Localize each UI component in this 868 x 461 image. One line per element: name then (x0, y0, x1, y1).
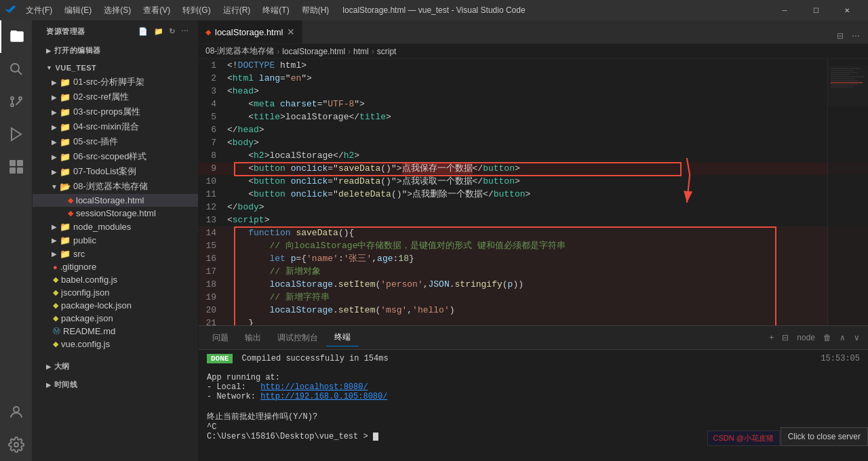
folder-node-modules-icon: 📁 (60, 222, 71, 232)
breadcrumb-sep2: › (348, 47, 351, 56)
folder-src-icon: 📁 (60, 249, 71, 259)
outline-arrow: ▶ (46, 363, 52, 370)
folder-03[interactable]: ▶ 📁 03-src-props属性 (33, 104, 198, 119)
file-vueconfig[interactable]: ◆ vue.config.js (33, 338, 198, 350)
folder-04-arrow: ▶ (49, 121, 60, 132)
menu-goto[interactable]: 转到(G) (177, 3, 216, 18)
code-line-4: 4 <meta charset="UTF-8"> (199, 98, 868, 111)
menu-file[interactable]: 文件(F) (20, 3, 58, 18)
folder-02[interactable]: ▶ 📁 02-src-ref属性 (33, 89, 198, 104)
file-jsconfig-label: jsconfig.json (61, 287, 110, 298)
maximize-button[interactable]: ☐ (800, 0, 831, 20)
timeline-label: 时间线 (54, 380, 78, 390)
line-num-7: 7 (199, 136, 227, 149)
menu-terminal[interactable]: 终端(T) (257, 3, 294, 18)
menu-bar[interactable]: 文件(F) 编辑(E) 选择(S) 查看(V) 转到(G) 运行(R) 终端(T… (20, 3, 334, 18)
terminal-tab-debug[interactable]: 调试控制台 (269, 329, 326, 346)
code-line-9: 9 <button onclick="saveData()">点我保存一个数据<… (199, 162, 868, 175)
explorer-activity-icon[interactable] (0, 20, 33, 53)
file-jsconfig-icon: ◆ (53, 288, 58, 297)
folder-06[interactable]: ▶ 📁 06-src-scoped样式 (33, 149, 198, 164)
folder-05[interactable]: ▶ 📁 05-src-插件 (33, 134, 198, 149)
refresh-icon[interactable]: ↻ (167, 26, 177, 37)
close-button[interactable]: ✕ (831, 0, 863, 20)
file-jsconfig[interactable]: ◆ jsconfig.json (33, 286, 198, 299)
accounts-activity-icon[interactable] (0, 396, 33, 428)
folder-src-arrow: ▶ (49, 248, 60, 259)
new-file-icon[interactable]: 📄 (137, 26, 150, 37)
folder-08-arrow: ▼ (49, 181, 60, 192)
folder-04[interactable]: ▶ 📁 04-src-mixin混合 (33, 119, 198, 134)
git-activity-icon[interactable] (0, 85, 33, 118)
open-editors-label: 打开的编辑器 (54, 45, 101, 56)
minimize-button[interactable]: ─ (769, 0, 800, 20)
breadcrumb-folder[interactable]: 08-浏览器本地存储 (205, 45, 274, 57)
code-line-6: 6 </head> (199, 123, 868, 136)
file-localstorage-html[interactable]: ◆ localStorage.html (33, 194, 198, 207)
local-url-link[interactable]: http://localhost:8080/ (260, 382, 368, 392)
folder-public[interactable]: ▶ 📁 public (33, 233, 198, 247)
outline-section[interactable]: ▶ 大纲 (33, 356, 198, 374)
open-editors-section[interactable]: ▶ 打开的编辑器 (33, 40, 198, 58)
app-icon (5, 5, 16, 16)
folder-03-icon: 📁 (60, 107, 71, 117)
vue-test-section[interactable]: ▼ VUE_TEST (33, 58, 198, 75)
tab-close-button[interactable]: ✕ (287, 26, 295, 37)
file-package[interactable]: ◆ package.json (33, 312, 198, 325)
settings-activity-icon[interactable] (0, 428, 33, 461)
menu-select[interactable]: 选择(S) (98, 3, 136, 18)
timeline-section[interactable]: ▶ 时间线 (33, 374, 198, 393)
file-babel[interactable]: ◆ babel.config.js (33, 273, 198, 286)
more-actions-icon[interactable]: ⋯ (849, 28, 863, 43)
menu-view[interactable]: 查看(V) (138, 3, 176, 18)
menu-run[interactable]: 运行(R) (218, 3, 256, 18)
folder-08[interactable]: ▼ 📂 08-浏览器本地存储 (33, 179, 198, 194)
file-package-lock[interactable]: ◆ package-lock.json (33, 299, 198, 312)
file-sessionstorage-html[interactable]: ◆ sessionStorage.html (33, 207, 198, 220)
window-controls[interactable]: ─ ☐ ✕ (769, 0, 863, 20)
activity-bar (0, 20, 33, 461)
folder-08-icon: 📂 (60, 182, 71, 192)
menu-edit[interactable]: 编辑(E) (59, 3, 97, 18)
folder-07[interactable]: ▶ 📁 07-TodoList案例 (33, 164, 198, 179)
folder-node-modules[interactable]: ▶ 📁 node_modules (33, 220, 198, 233)
svg-point-12 (14, 443, 18, 447)
file-babel-label: babel.config.js (61, 275, 117, 285)
maximize-panel-icon[interactable]: ∧ (837, 332, 848, 344)
extensions-activity-icon[interactable] (0, 151, 33, 183)
minimize-panel-icon[interactable]: ∨ (851, 332, 863, 344)
folder-07-arrow: ▶ (49, 166, 60, 177)
terminal-tab-terminal[interactable]: 终端 (326, 329, 359, 346)
sidebar-header-icons[interactable]: 📄 📁 ↻ ⋯ (137, 26, 190, 37)
menu-help[interactable]: 帮助(H) (296, 3, 335, 18)
split-terminal-icon[interactable]: ⊟ (779, 332, 791, 344)
tab-localstorage[interactable]: ◆ localStorage.html ✕ (199, 20, 302, 43)
editor-area: ◆ localStorage.html ✕ ⊟ ⋯ 08-浏览器本地存储 › l… (199, 20, 868, 461)
file-sessionstorage-icon: ◆ (68, 209, 73, 218)
search-activity-icon[interactable] (0, 53, 33, 85)
kill-terminal-icon[interactable]: 🗑 (821, 332, 834, 344)
network-url-link[interactable]: http://192.168.0.105:8080/ (260, 392, 387, 401)
code-line-2: 2 <html lang="en"> (199, 72, 868, 85)
breadcrumb-html[interactable]: html (353, 47, 369, 56)
done-badge: DONE (207, 354, 233, 363)
folder-01-label: 01-src-分析脚手架 (73, 76, 144, 88)
breadcrumb-script[interactable]: script (377, 47, 397, 56)
code-editor[interactable]: 1 <!DOCTYPE html> 2 <html lang="en"> 3 <… (199, 59, 868, 325)
split-editor-icon[interactable]: ⊟ (834, 28, 846, 43)
file-readme[interactable]: Ⓜ README.md (33, 325, 198, 338)
add-terminal-icon[interactable]: + (766, 332, 776, 344)
new-folder-icon[interactable]: 📁 (153, 26, 165, 37)
file-gitignore[interactable]: ● .gitignore (33, 260, 198, 273)
folder-01[interactable]: ▶ 📁 01-src-分析脚手架 (33, 75, 198, 89)
folder-src[interactable]: ▶ 📁 src (33, 247, 198, 260)
collapse-icon[interactable]: ⋯ (180, 26, 191, 37)
click-to-close-tooltip[interactable]: Click to close server (781, 427, 868, 446)
file-sessionstorage-label: sessionStorage.html (76, 208, 156, 218)
line-num-17: 17 (199, 265, 227, 278)
breadcrumb-file[interactable]: localStorage.html (282, 47, 345, 56)
debug-activity-icon[interactable] (0, 118, 33, 151)
line-num-20: 20 (199, 304, 227, 317)
terminal-tab-output[interactable]: 输出 (237, 329, 269, 346)
terminal-tab-problems[interactable]: 问题 (204, 329, 237, 346)
